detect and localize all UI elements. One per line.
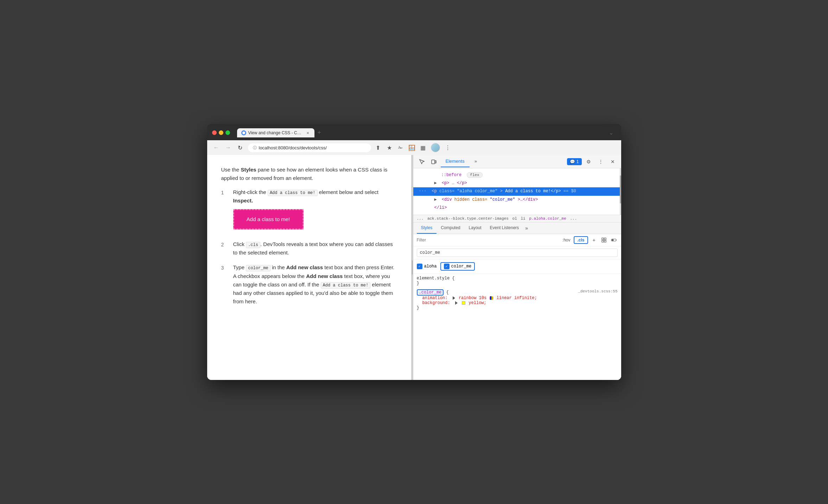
dom-line-li-close[interactable]: </li> — [413, 204, 621, 212]
eq-dollar: == $0 — [563, 189, 576, 194]
reload-button[interactable]: ↻ — [236, 143, 244, 152]
sidebar-icon[interactable]: ▦ — [420, 144, 427, 151]
li-close-tag: </li> — [434, 205, 447, 210]
styles-tab-computed[interactable]: Computed — [437, 222, 464, 234]
dom-scrollbar-thumb[interactable] — [620, 175, 621, 203]
chat-count: 1 — [577, 159, 579, 164]
step-3: 3 Type color_me in the Add new class tex… — [221, 263, 397, 305]
styles-tab-more[interactable]: » — [523, 222, 530, 234]
hov-button[interactable]: :hov — [561, 237, 572, 243]
step-3-code2: Add a class to me! — [321, 282, 371, 289]
styles-tab-layout[interactable]: Layout — [465, 222, 486, 234]
cls-button[interactable]: .cls — [574, 236, 588, 244]
breadcrumb-li[interactable]: li — [521, 217, 525, 221]
animation-triangle[interactable] — [452, 296, 459, 301]
dom-panel: ::before flex ▶ <p> … </p> ··· <p cla — [413, 168, 621, 215]
dom-line-p[interactable]: ▶ <p> … </p> — [413, 179, 621, 187]
devtools-header: Elements » 💬 1 ⚙ ⋮ ✕ — [413, 155, 621, 168]
tag-text: Add a class to me!</p> — [505, 189, 561, 194]
dom-line-div[interactable]: ▶ <div hidden class= "color_me" >…</div> — [413, 196, 621, 204]
step-2-code: .cls — [246, 242, 260, 248]
elements-tab[interactable]: Elements — [441, 156, 470, 167]
dom-scrollbar[interactable] — [620, 168, 621, 215]
color-me-close: } — [417, 305, 618, 310]
filter-input[interactable] — [417, 238, 558, 243]
background-prop-name: background: — [422, 301, 450, 305]
toggle-style-button[interactable] — [610, 236, 618, 244]
css-rules: element.style { } _devtools.scss:55 .col… — [413, 274, 621, 316]
devtools-panel: Elements » 💬 1 ⚙ ⋮ ✕ : — [413, 155, 621, 380]
minimize-button[interactable] — [219, 130, 223, 135]
breadcrumb-p[interactable]: p.aloha.color_me — [529, 217, 566, 221]
menu-icon[interactable]: ⋮ — [444, 144, 451, 151]
element-style-selector: element.style { — [417, 276, 618, 281]
filter-right: :hov .cls + — [561, 236, 618, 244]
close-brace: } — [417, 281, 419, 286]
back-button[interactable]: ← — [212, 143, 221, 152]
title-bar: View and change CSS - Chrom... ✕ + ⌄ — [207, 124, 621, 140]
background-prop: background: yellow; — [417, 301, 618, 305]
tab-close-button[interactable]: ✕ — [305, 130, 310, 135]
cut-icon[interactable]: ✁ — [397, 144, 404, 151]
chat-badge[interactable]: 💬 1 — [567, 158, 582, 165]
address-bar: ← → ↻ ⓘ localhost:8080/docs/devtools/css… — [207, 140, 621, 155]
p-tag-close: </p> — [457, 181, 467, 186]
breadcrumb-ellipsis[interactable]: ... — [417, 217, 424, 221]
breadcrumb-stack[interactable]: ack.stack--block.type.center-images — [427, 217, 509, 221]
extensions-icon[interactable]: 🪟 — [408, 144, 415, 151]
styles-tab-event-listeners[interactable]: Event Listeners — [486, 222, 523, 234]
class-input[interactable] — [417, 248, 618, 257]
url-bar[interactable]: ⓘ localhost:8080/docs/devtools/css/ — [248, 143, 371, 152]
aloha-checkbox[interactable]: ✓ — [417, 264, 422, 269]
tab-overflow-button[interactable]: ⌄ — [606, 128, 616, 137]
browser-window: View and change CSS - Chrom... ✕ + ⌄ ← →… — [207, 124, 621, 380]
close-devtools-button[interactable]: ✕ — [608, 157, 618, 167]
background-triangle[interactable] — [454, 301, 461, 305]
add-style-button[interactable]: + — [590, 236, 598, 244]
animation-swatch[interactable] — [490, 296, 493, 300]
forward-button[interactable]: → — [224, 143, 233, 152]
device-tool-button[interactable] — [429, 157, 439, 167]
css-source-link[interactable]: _devtools.scss:55 — [578, 289, 617, 293]
expand-arrow[interactable]: ▶ — [434, 180, 439, 187]
class-val-div: "color_me" — [490, 197, 515, 202]
styles-tab-styles[interactable]: Styles — [417, 222, 437, 234]
step-2: 2 Click .cls. DevTools reveals a text bo… — [221, 240, 397, 257]
class-attr-div: class= — [472, 197, 487, 202]
dom-line-before[interactable]: ::before flex — [413, 171, 621, 179]
selector-text: element.style { — [417, 276, 455, 281]
share-icon[interactable]: ⬆ — [375, 144, 382, 151]
close-button[interactable] — [212, 130, 217, 135]
inspect-style-button[interactable] — [600, 236, 608, 244]
animation-rest: linear infinite; — [497, 296, 537, 301]
color-me-checkbox[interactable]: ✓ — [444, 264, 450, 269]
div-close: >…</div> — [518, 197, 538, 202]
step-number-3: 3 — [221, 263, 228, 305]
expand-arrow-div[interactable]: ▶ — [434, 196, 439, 203]
new-tab-button[interactable]: + — [314, 128, 324, 137]
bookmark-icon[interactable]: ★ — [386, 144, 393, 151]
demo-button[interactable]: Add a class to me! — [233, 209, 304, 230]
breadcrumb-bar: ... ack.stack--block.type.center-images … — [413, 215, 621, 222]
step-3-text: Type color_me in the Add new class text … — [233, 264, 395, 304]
maximize-button[interactable] — [225, 130, 230, 135]
class-color-me[interactable]: ✓ color_me — [440, 262, 475, 271]
breadcrumb-ol[interactable]: ol — [512, 217, 517, 221]
more-tabs-button[interactable]: » — [470, 156, 482, 167]
browser-tab[interactable]: View and change CSS - Chrom... ✕ — [237, 128, 314, 137]
dom-line-selected[interactable]: ··· <p class= "aloha color_me" > Add a c… — [413, 187, 621, 195]
step-number-1: 1 — [221, 188, 228, 234]
svg-rect-3 — [602, 238, 604, 240]
filter-bar: :hov .cls + — [413, 234, 621, 246]
steps-list: 1 Right-click the Add a class to me! ele… — [221, 188, 397, 306]
inspector-tool-button[interactable] — [417, 157, 427, 167]
class-aloha[interactable]: ✓ aloha — [417, 264, 437, 269]
settings-button[interactable]: ⚙ — [584, 157, 594, 167]
yellow-color-swatch[interactable] — [462, 301, 465, 305]
color-me-selector-line: _devtools.scss:55 .color_me { — [417, 289, 618, 296]
breadcrumb-more[interactable]: ... — [570, 217, 577, 221]
profile-avatar[interactable] — [431, 143, 440, 152]
step-2-text: Click .cls. DevTools reveals a text box … — [233, 241, 393, 256]
element-style-rule: element.style { } — [417, 276, 618, 286]
more-options-button[interactable]: ⋮ — [596, 157, 606, 167]
